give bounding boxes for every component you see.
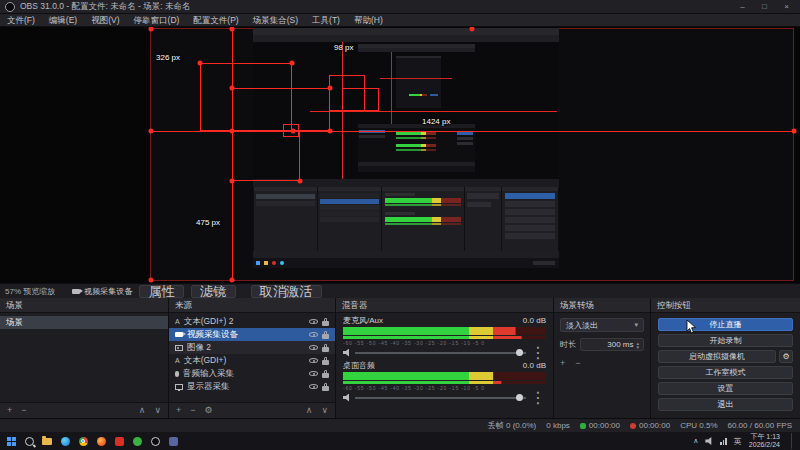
menu-view[interactable]: 视图(V) (84, 14, 126, 26)
exit-button[interactable]: 退出 (658, 398, 793, 411)
start-virtual-camera-button[interactable]: 启动虚拟摄像机 (658, 350, 776, 363)
source-row-text2[interactable]: A 文本(GDI+) 2 (169, 315, 335, 328)
selection-handle[interactable] (149, 278, 154, 283)
dimension-label-width-c: 1424 px (422, 117, 450, 126)
add-transition-button[interactable]: + (560, 358, 565, 368)
selection-handle[interactable] (230, 278, 235, 283)
selection-handle[interactable] (149, 129, 154, 134)
taskbar-file-explorer-icon[interactable] (38, 433, 56, 449)
minimize-button[interactable]: – (734, 2, 751, 11)
lock-icon[interactable] (322, 334, 329, 339)
scene-down-button[interactable]: ∨ (154, 406, 161, 415)
selection-handle[interactable] (230, 129, 235, 134)
taskbar-app-red-icon[interactable] (110, 433, 128, 449)
visibility-icon[interactable] (309, 369, 318, 378)
audio-mixer-panel: 混音器 麦克风/Aux 0.0 dB -60 -55 -50 -45 -40 -… (336, 298, 553, 418)
source-row-video-capture[interactable]: 视频采集设备 (169, 328, 335, 341)
tray-language-indicator[interactable]: 英 (734, 436, 742, 447)
settings-button[interactable]: 设置 (658, 382, 793, 395)
taskbar-edge-icon[interactable] (56, 433, 74, 449)
deactivate-button[interactable]: 取消激活 (251, 285, 322, 298)
vu-meter (343, 372, 546, 380)
source-row-display-capture[interactable]: 显示器采集 (169, 380, 335, 393)
selection-handle[interactable] (230, 179, 235, 184)
close-button[interactable]: × (778, 2, 795, 11)
selection-handle[interactable] (198, 61, 203, 66)
visibility-icon[interactable] (309, 317, 318, 326)
selection-handle[interactable] (328, 86, 333, 91)
transitions-panel-title: 场景转场 (554, 298, 650, 313)
taskbar-chrome-icon[interactable] (74, 433, 92, 449)
source-up-button[interactable]: ∧ (306, 406, 313, 415)
remove-transition-button[interactable]: − (575, 358, 580, 368)
start-button[interactable] (2, 433, 20, 449)
source-properties-button[interactable]: ⚙ (205, 406, 213, 415)
stop-streaming-button[interactable]: 停止直播 (658, 318, 793, 331)
visibility-icon[interactable] (309, 382, 318, 391)
lock-icon[interactable] (322, 373, 329, 378)
taskbar-discord-icon[interactable] (164, 433, 182, 449)
tray-volume-icon[interactable] (705, 437, 713, 445)
transition-duration-input[interactable]: 300 ms ▴ ▾ (580, 338, 644, 351)
visibility-icon[interactable] (309, 356, 318, 365)
scene-up-button[interactable]: ∧ (139, 406, 146, 415)
add-source-button[interactable]: + (176, 406, 181, 415)
remove-scene-button[interactable]: − (21, 406, 26, 415)
menu-profile[interactable]: 配置文件(P) (186, 14, 245, 26)
virtual-camera-settings-button[interactable]: ⚙ (779, 350, 793, 363)
maximize-button[interactable]: □ (756, 2, 773, 11)
volume-slider[interactable] (355, 352, 526, 354)
add-scene-button[interactable]: + (7, 406, 12, 415)
taskbar-time: 下午 1:13 (749, 433, 780, 441)
start-recording-button[interactable]: 开始录制 (658, 334, 793, 347)
selection-handle[interactable] (230, 86, 235, 91)
studio-mode-button[interactable]: 工作室模式 (658, 366, 793, 379)
volume-slider[interactable] (355, 397, 526, 399)
speaker-icon[interactable] (343, 349, 351, 357)
selection-handle[interactable] (792, 129, 797, 134)
lock-icon[interactable] (322, 360, 329, 365)
filters-button[interactable]: 滤镜 (191, 285, 236, 298)
source-row-text[interactable]: A 文本(GDI+) (169, 354, 335, 367)
speaker-icon[interactable] (343, 394, 351, 402)
menu-scene-collection[interactable]: 场景集合(S) (246, 14, 305, 26)
lock-icon[interactable] (322, 347, 329, 352)
channel-menu-button[interactable]: ⋮ (530, 388, 546, 407)
taskbar-search-icon[interactable] (20, 433, 38, 449)
taskbar-app-green-icon[interactable] (128, 433, 146, 449)
selection-handle[interactable] (298, 179, 303, 184)
menu-edit[interactable]: 编辑(E) (42, 14, 84, 26)
taskbar-obs-icon[interactable] (146, 433, 164, 449)
taskbar-clock[interactable]: 下午 1:13 2026/2/24 (749, 433, 780, 449)
show-desktop-button[interactable] (791, 433, 795, 449)
obs-window: OBS 31.0.0 - 配置文件: 未命名 - 场景: 未命名 – □ × 文… (0, 0, 800, 450)
remove-source-button[interactable]: − (190, 406, 195, 415)
taskbar-date: 2026/2/24 (749, 441, 780, 449)
tray-chevron-icon[interactable]: ∧ (693, 437, 698, 445)
duration-label: 时长 (560, 339, 576, 350)
source-down-button[interactable]: ∨ (321, 406, 328, 415)
channel-menu-button[interactable]: ⋮ (530, 343, 546, 362)
menu-file[interactable]: 文件(F) (0, 14, 42, 26)
selection-handle[interactable] (290, 61, 295, 66)
tray-network-icon[interactable] (720, 438, 727, 445)
selection-handle[interactable] (328, 129, 333, 134)
source-row-audio-input[interactable]: 音频输入采集 (169, 367, 335, 380)
visibility-icon[interactable] (309, 343, 318, 352)
transition-select[interactable]: 淡入淡出 ▾ (560, 318, 644, 332)
sources-panel: 来源 A 文本(GDI+) 2 视频采集设备 (169, 298, 335, 418)
lock-icon[interactable] (322, 321, 329, 326)
menu-tools[interactable]: 工具(T) (305, 14, 347, 26)
vu-meter-peak (343, 336, 546, 339)
visibility-icon[interactable] (309, 330, 318, 339)
preview-area[interactable]: 326 px 98 px 1424 px 475 px (0, 27, 800, 283)
properties-button[interactable]: 属性 (139, 285, 184, 298)
selection-handle[interactable] (291, 129, 296, 134)
taskbar-firefox-icon[interactable] (92, 433, 110, 449)
source-row-image2[interactable]: 图像 2 (169, 341, 335, 354)
scene-list-item[interactable]: 场景 (0, 316, 168, 329)
duration-decrease-button[interactable]: ▾ (636, 345, 639, 349)
menu-docks[interactable]: 停靠窗口(D) (127, 14, 187, 26)
menu-help[interactable]: 帮助(H) (347, 14, 390, 26)
lock-icon[interactable] (322, 386, 329, 391)
